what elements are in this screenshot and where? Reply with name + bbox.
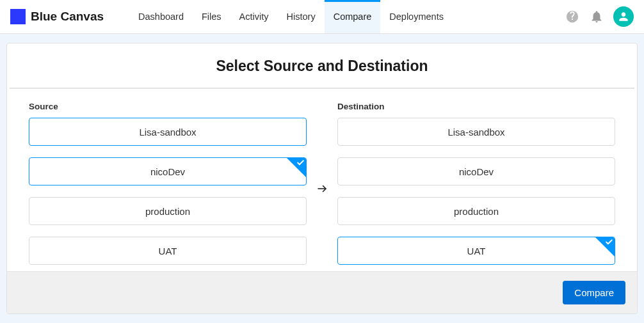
destination-env-list: Lisa-sandbox nicoDev production UAT bbox=[337, 118, 615, 265]
page-title: Select Source and Destination bbox=[10, 43, 634, 88]
logo-icon bbox=[10, 9, 26, 24]
env-label: UAT bbox=[467, 246, 486, 256]
arrow-icon bbox=[314, 173, 330, 194]
env-label: Lisa-sandbox bbox=[447, 127, 504, 138]
main-nav: Dashboard Files Activity History Compare… bbox=[129, 0, 453, 33]
nav-activity[interactable]: Activity bbox=[230, 0, 278, 33]
brand-logo[interactable]: Blue Canvas bbox=[10, 9, 104, 24]
destination-env-item[interactable]: UAT bbox=[337, 237, 615, 265]
nav-history[interactable]: History bbox=[278, 0, 325, 33]
compare-panel: Select Source and Destination Source Lis… bbox=[6, 43, 638, 314]
destination-env-item[interactable]: Lisa-sandbox bbox=[337, 118, 615, 146]
panel-footer: Compare bbox=[7, 271, 637, 313]
destination-column: Destination Lisa-sandbox nicoDev product… bbox=[337, 102, 615, 265]
env-columns: Source Lisa-sandbox nicoDev production U… bbox=[7, 89, 637, 271]
source-env-item[interactable]: nicoDev bbox=[29, 157, 307, 185]
source-env-item[interactable]: UAT bbox=[29, 237, 307, 265]
source-env-item[interactable]: production bbox=[29, 197, 307, 225]
source-env-item[interactable]: Lisa-sandbox bbox=[29, 118, 307, 146]
nav-compare[interactable]: Compare bbox=[325, 0, 381, 33]
check-icon bbox=[605, 238, 613, 246]
compare-button[interactable]: Compare bbox=[563, 281, 625, 304]
env-label: nicoDev bbox=[459, 166, 494, 177]
destination-label: Destination bbox=[337, 102, 615, 111]
destination-env-item[interactable]: nicoDev bbox=[337, 157, 615, 185]
source-label: Source bbox=[29, 102, 307, 111]
env-label: production bbox=[454, 206, 499, 217]
nav-dashboard[interactable]: Dashboard bbox=[129, 0, 193, 33]
nav-deployments[interactable]: Deployments bbox=[380, 0, 453, 33]
source-env-list: Lisa-sandbox nicoDev production UAT bbox=[29, 118, 307, 265]
check-icon bbox=[296, 159, 305, 167]
env-label: production bbox=[145, 206, 190, 217]
nav-files[interactable]: Files bbox=[193, 0, 230, 33]
source-column: Source Lisa-sandbox nicoDev production U… bbox=[29, 102, 307, 265]
user-avatar[interactable] bbox=[613, 6, 634, 27]
brand-name: Blue Canvas bbox=[31, 10, 104, 24]
app-header: Blue Canvas Dashboard Files Activity His… bbox=[0, 0, 644, 34]
env-label: UAT bbox=[159, 246, 177, 256]
help-icon[interactable] bbox=[565, 9, 580, 24]
destination-env-item[interactable]: production bbox=[337, 197, 615, 225]
env-label: nicoDev bbox=[150, 166, 185, 177]
env-label: Lisa-sandbox bbox=[139, 127, 196, 138]
notifications-icon[interactable] bbox=[589, 9, 604, 24]
header-actions bbox=[565, 6, 634, 27]
